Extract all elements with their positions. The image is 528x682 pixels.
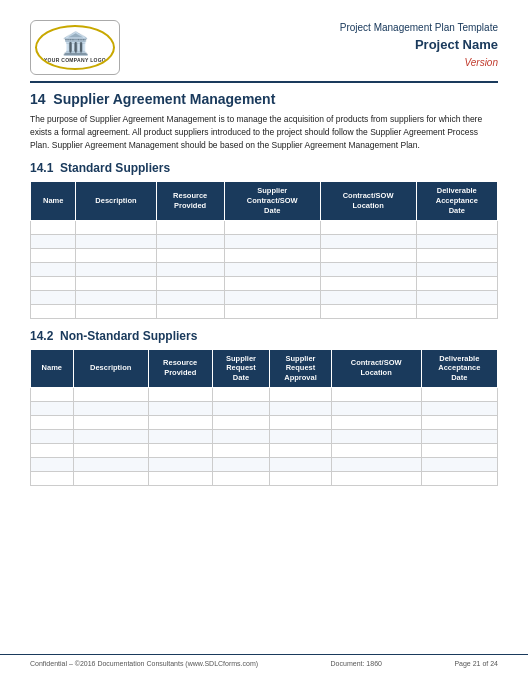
table-row xyxy=(31,429,498,443)
table-row xyxy=(31,304,498,318)
page-number: Page 21 of 24 xyxy=(454,660,498,667)
section-14-body: The purpose of Supplier Agreement Manage… xyxy=(30,113,498,151)
col-resource-141: ResourceProvided xyxy=(156,182,224,220)
template-title: Project Management Plan Template xyxy=(340,20,498,35)
table-row xyxy=(31,248,498,262)
col-request-date-142: SupplierRequestDate xyxy=(212,349,270,387)
col-resource-142: ResourceProvided xyxy=(148,349,212,387)
header-title-block: Project Management Plan Template Project… xyxy=(340,20,498,70)
table-row xyxy=(31,471,498,485)
col-acceptance-141: DeliverableAcceptanceDate xyxy=(416,182,497,220)
table-row xyxy=(31,401,498,415)
standard-suppliers-table: Name Description ResourceProvided Suppli… xyxy=(30,181,498,318)
section-141-title: 14.1 Standard Suppliers xyxy=(30,161,498,175)
col-description-142: Description xyxy=(73,349,148,387)
col-sow-location-141: Contract/SOWLocation xyxy=(320,182,416,220)
logo-oval xyxy=(35,25,115,70)
table-row xyxy=(31,443,498,457)
confidential-text: Confidential – ©2016 Documentation Consu… xyxy=(30,660,258,667)
table-row xyxy=(31,387,498,401)
document-number: Document: 1860 xyxy=(331,660,382,667)
page: 🏛️ YOUR COMPANY LOGO Project Management … xyxy=(0,0,528,682)
table-row xyxy=(31,290,498,304)
table-row xyxy=(31,457,498,471)
col-sow-location-142: Contract/SOWLocation xyxy=(331,349,421,387)
version-label: Version xyxy=(340,55,498,70)
company-logo: 🏛️ YOUR COMPANY LOGO xyxy=(30,20,120,75)
table-row xyxy=(31,262,498,276)
section-142-title: 14.2 Non-Standard Suppliers xyxy=(30,329,498,343)
col-sow-date-141: SupplierContract/SOWDate xyxy=(224,182,320,220)
page-header: 🏛️ YOUR COMPANY LOGO Project Management … xyxy=(30,20,498,83)
table-row xyxy=(31,220,498,234)
section-14-title: 14 Supplier Agreement Management xyxy=(30,91,498,107)
table-row xyxy=(31,276,498,290)
col-description-141: Description xyxy=(76,182,156,220)
page-footer: Confidential – ©2016 Documentation Consu… xyxy=(0,654,528,672)
col-name-142: Name xyxy=(31,349,74,387)
table-row xyxy=(31,234,498,248)
col-acceptance-142: DeliverableAcceptanceDate xyxy=(421,349,497,387)
col-name-141: Name xyxy=(31,182,76,220)
table-row xyxy=(31,415,498,429)
project-name: Project Name xyxy=(340,35,498,55)
nonstandard-suppliers-table: Name Description ResourceProvided Suppli… xyxy=(30,349,498,486)
col-request-approval-142: SupplierRequestApproval xyxy=(270,349,331,387)
